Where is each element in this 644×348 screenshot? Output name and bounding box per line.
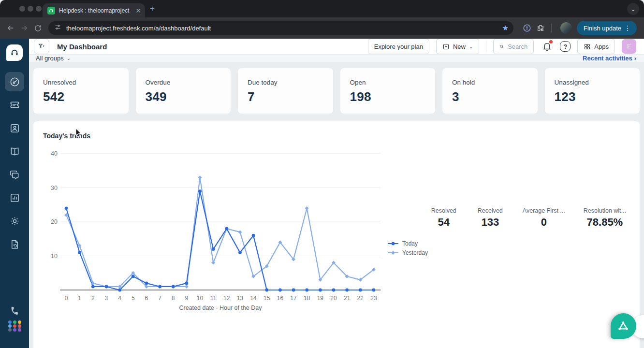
- svg-text:13: 13: [237, 295, 244, 302]
- extensions-puzzle-icon[interactable]: [534, 21, 547, 35]
- svg-text:16: 16: [277, 295, 284, 302]
- svg-text:21: 21: [344, 295, 351, 302]
- search-label: Search: [508, 43, 527, 50]
- browser-menu-kebab-icon[interactable]: ⋮: [621, 24, 634, 32]
- browser-tabstrip: Helpdesk : theloomaproject ✕ + ⌄: [0, 0, 644, 17]
- freshworks-widget-button[interactable]: [611, 313, 636, 339]
- svg-text:19: 19: [317, 295, 324, 302]
- app-sidebar: [0, 39, 29, 348]
- stat-average-first-response: Average First ... 0: [523, 207, 565, 229]
- stat-value: 3: [452, 89, 528, 104]
- app-switcher-grid-icon[interactable]: [8, 320, 22, 332]
- sidebar-item-tickets[interactable]: [5, 95, 24, 115]
- svg-text:30: 30: [51, 185, 58, 191]
- user-avatar[interactable]: E: [622, 39, 636, 54]
- sidebar-item-reports[interactable]: [5, 234, 24, 254]
- apps-label: Apps: [594, 43, 609, 50]
- reload-button[interactable]: [31, 21, 44, 35]
- tstat-label: Received: [476, 207, 504, 214]
- svg-text:17: 17: [290, 295, 297, 302]
- svg-text:2: 2: [91, 295, 95, 302]
- window-close-button[interactable]: [19, 6, 25, 12]
- new-button-label: New: [453, 43, 466, 50]
- search-button[interactable]: Search: [493, 39, 534, 54]
- apps-grid-icon: [584, 43, 591, 50]
- sidebar-item-contacts[interactable]: [5, 118, 24, 138]
- stat-value: 542: [43, 89, 119, 104]
- explore-plan-button[interactable]: Explore your plan: [368, 39, 429, 54]
- tstat-value: 54: [430, 216, 458, 229]
- sidebar-item-solutions[interactable]: [5, 142, 24, 161]
- todays-trends-card: Today's trends 1020304001234567891011121…: [33, 121, 640, 348]
- apps-button[interactable]: Apps: [577, 39, 615, 54]
- forward-button[interactable]: [17, 21, 31, 35]
- sidebar-item-admin[interactable]: [5, 211, 24, 231]
- stat-card-overdue[interactable]: Overdue 349: [135, 68, 232, 114]
- svg-text:15: 15: [263, 295, 270, 302]
- tab-title: Helpdesk : theloomaproject: [59, 7, 132, 14]
- legend-label: Today: [402, 240, 418, 247]
- svg-text:20: 20: [330, 295, 337, 302]
- chart-legend: Today Yesterday: [387, 240, 428, 256]
- stat-label: Overdue: [146, 79, 221, 86]
- bookmark-star-icon[interactable]: ★: [502, 24, 509, 32]
- legend-label: Yesterday: [402, 249, 428, 256]
- finish-update-button[interactable]: Finish update ⋮: [577, 21, 637, 35]
- plus-square-icon: [442, 43, 450, 50]
- freshworks-triangle-icon: [617, 320, 630, 333]
- dashboard-content: Unresolved 542 Overdue 349 Due today 7 O…: [29, 62, 644, 348]
- tab-search-chevron-icon[interactable]: ⌄: [627, 3, 639, 15]
- tab-close-icon[interactable]: ✕: [135, 7, 141, 14]
- svg-text:5: 5: [132, 295, 135, 302]
- help-button[interactable]: ?: [560, 41, 571, 52]
- stat-label: Open: [350, 79, 426, 86]
- stat-card-open[interactable]: Open 198: [340, 68, 436, 114]
- all-groups-dropdown[interactable]: All groups ⌄: [36, 55, 71, 62]
- new-button[interactable]: New ⌄: [436, 39, 479, 54]
- tstat-label: Resolved: [430, 207, 458, 214]
- tstat-label: Average First ...: [523, 207, 565, 214]
- svg-text:12: 12: [223, 295, 230, 302]
- notifications-bell-icon[interactable]: [541, 40, 553, 53]
- freshdesk-logo[interactable]: [6, 44, 23, 61]
- freshdesk-favicon-icon: [47, 7, 55, 14]
- url-text[interactable]: theloomaproject.freshdesk.com/a/dashboar…: [66, 25, 502, 32]
- sidebar-item-forums[interactable]: [5, 165, 24, 184]
- url-bar[interactable]: theloomaproject.freshdesk.com/a/dashboar…: [48, 21, 513, 35]
- stat-label: Due today: [248, 79, 323, 86]
- svg-text:14: 14: [250, 295, 257, 302]
- mouse-cursor: [75, 128, 83, 138]
- sidebar-item-dashboard[interactable]: [5, 72, 24, 91]
- back-button[interactable]: [4, 21, 17, 35]
- site-info-icon[interactable]: [54, 24, 61, 33]
- stat-cards-row: Unresolved 542 Overdue 349 Due today 7 O…: [33, 68, 640, 114]
- window-minimize-button[interactable]: [28, 6, 33, 12]
- tstat-label: Resolution wit...: [584, 207, 626, 214]
- stat-card-unassigned[interactable]: Unassigned 123: [544, 68, 641, 114]
- legend-item-today[interactable]: Today: [387, 240, 428, 247]
- window-maximize-button[interactable]: [36, 6, 42, 12]
- browser-profile-avatar[interactable]: [560, 22, 572, 34]
- header-divider: [486, 41, 486, 52]
- stat-card-due-today[interactable]: Due today 7: [237, 68, 334, 114]
- svg-text:4: 4: [118, 295, 121, 302]
- browser-toolbar: theloomaproject.freshdesk.com/a/dashboar…: [0, 17, 644, 39]
- stat-value: 7: [248, 89, 323, 104]
- stat-card-on-hold[interactable]: On hold 3: [442, 68, 538, 114]
- stat-card-unresolved[interactable]: Unresolved 542: [33, 68, 129, 114]
- onepassword-extension-icon[interactable]: [520, 21, 534, 35]
- svg-text:8: 8: [172, 295, 175, 302]
- recent-activities-link[interactable]: Recent activities ›: [583, 55, 636, 62]
- legend-marker-yesterday: [387, 250, 399, 255]
- stat-value: 123: [555, 89, 630, 104]
- new-tab-button[interactable]: +: [150, 4, 155, 13]
- legend-marker-today: [387, 241, 399, 246]
- sidebar-item-analytics[interactable]: [5, 188, 24, 207]
- legend-item-yesterday[interactable]: Yesterday: [387, 249, 428, 256]
- sidebar-item-phone[interactable]: [5, 301, 24, 320]
- svg-text:11: 11: [210, 295, 217, 302]
- finish-update-label: Finish update: [584, 25, 621, 32]
- svg-text:10: 10: [51, 253, 58, 260]
- dashboard-filter-button[interactable]: [34, 39, 49, 54]
- browser-tab[interactable]: Helpdesk : theloomaproject ✕: [43, 3, 145, 17]
